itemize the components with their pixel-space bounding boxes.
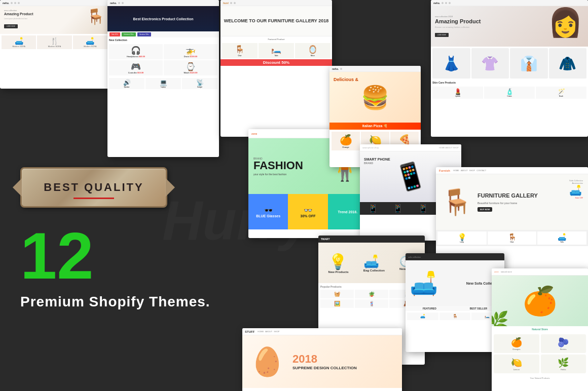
- furniture-title: WELCOME TO OUR FURNITURE GALLERY 2018: [224, 18, 328, 24]
- card-stuff[interactable]: STUFF HOME ABOUT SHOP 🥚 2018 SUPREME DES…: [242, 328, 402, 391]
- nav-link[interactable]: SHOP: [274, 330, 279, 333]
- person-item[interactable]: 👔: [510, 48, 548, 79]
- furnish-btn[interactable]: BUY NOW: [477, 207, 492, 212]
- product-name: Laptop: [146, 86, 180, 88]
- nav-link[interactable]: CONTACT: [476, 169, 486, 172]
- item-name: Mirror: [311, 55, 315, 57]
- hero-btn[interactable]: LOOK NOW: [4, 24, 18, 28]
- furniture-item[interactable]: 🛏️ Table: [259, 43, 294, 58]
- nav-dot: [230, 2, 232, 4]
- small-product[interactable]: 📡 Gadget: [182, 78, 217, 89]
- product-image: 🛋️: [75, 37, 106, 45]
- skincare-item[interactable]: 🧴 Cream: [484, 87, 535, 99]
- card-furniture-gallery[interactable]: hunt WELCOME TO OUR FURNITURE GALLERY 20…: [220, 0, 332, 137]
- store-name: natural store: [501, 270, 512, 273]
- off-cell[interactable]: 👓 30% OFF: [288, 194, 327, 229]
- zone-brand: zone: [494, 270, 499, 273]
- sofa-product[interactable]: 🛋️: [407, 312, 438, 320]
- product-item[interactable]: 🧺: [320, 290, 354, 298]
- person-item[interactable]: 👚: [471, 48, 509, 79]
- furniture-item[interactable]: 🪑 Chair: [222, 43, 258, 58]
- product-item[interactable]: 🍴 Modern SOFA: [37, 35, 71, 49]
- card-neha-furniture[interactable]: neha. new collection Amazing Product Lor…: [0, 0, 109, 89]
- product-name: Drone: [184, 55, 190, 58]
- small-product[interactable]: 💻 Laptop: [145, 78, 181, 89]
- furnish-title: FURNITURE GALLERY: [477, 192, 538, 199]
- card-body: 🍊 🌿 Natural Store 🍊 Oranges 🫐 Berries 🍋 …: [492, 276, 588, 391]
- brand-logo: neha.: [110, 2, 117, 5]
- small-product[interactable]: 🔊 Speaker: [109, 78, 144, 89]
- person-item[interactable]: 👗: [432, 48, 470, 79]
- nav-links: HOME ABOUT SHOP: [439, 146, 459, 149]
- person-item[interactable]: 🧥: [549, 48, 587, 79]
- fashion-desc: your style for the best fashion: [253, 173, 303, 176]
- tmart-logo: TMART: [321, 238, 330, 241]
- natural-product[interactable]: 🌿 Herbs: [541, 355, 586, 373]
- nav-link[interactable]: HOME: [453, 169, 459, 172]
- phone-item[interactable]: 📱: [418, 204, 428, 213]
- product-image: ⌚: [165, 62, 216, 71]
- product-name: Gadget: [183, 86, 216, 88]
- product-name: Lemon: [496, 368, 537, 371]
- left-panel: BEST QUALITY 12 Premium Shopify Themes.: [20, 167, 210, 310]
- product-item[interactable]: 🎮 Controller $59.99: [109, 60, 163, 75]
- card-header: zone natural store: [492, 268, 588, 276]
- product-item[interactable]: 🎧 Headphones $49.99: [109, 44, 163, 59]
- nav-dot: [234, 2, 236, 4]
- nav-link[interactable]: ABOUT: [461, 169, 468, 172]
- card-natural-store[interactable]: zone natural store 🍊 🌿 Natural Store 🍊 O…: [492, 268, 588, 391]
- sofa-product[interactable]: 🪑: [439, 312, 471, 320]
- item-image: 🛏️: [260, 45, 292, 54]
- product-item[interactable]: 🪑 Chair: [488, 231, 537, 245]
- badge-text: BEST QUALITY: [44, 181, 143, 194]
- offer-badge: Vacation Offer: [137, 32, 151, 36]
- product-item[interactable]: 🛋️ Modern SOFA: [73, 35, 107, 49]
- card-header: neha.: [329, 66, 421, 72]
- side-icon: 🛋️: [569, 184, 583, 197]
- card-header: Furnish HOME ABOUT SHOP CONTACT: [436, 167, 588, 174]
- product-item[interactable]: 🛋️ Modern SOFA: [2, 35, 36, 49]
- furniture-item[interactable]: 🪞 Mirror: [295, 43, 330, 58]
- product-item[interactable]: 💡 Lamp: [437, 231, 487, 245]
- product-image: 💡: [439, 233, 485, 241]
- nav-link[interactable]: SHOP: [469, 169, 475, 172]
- card-neha-fashion[interactable]: neha. new collection 2018 Amazing Produc…: [431, 0, 588, 137]
- product-item[interactable]: 🛋️ Sofa: [537, 231, 586, 245]
- product-image: 🍊: [496, 337, 537, 348]
- phone-item[interactable]: 📱: [368, 204, 378, 213]
- item-name: Chair: [238, 55, 241, 57]
- product-image: 🍋: [496, 357, 537, 368]
- nav-link[interactable]: ABOUT: [265, 330, 272, 333]
- product-item[interactable]: 🪴: [355, 290, 388, 298]
- blue-glasses-cell[interactable]: 🕶️ BLUE Glasses: [248, 194, 288, 229]
- natural-product[interactable]: 🍋 Lemon: [494, 355, 539, 373]
- furnish-content: FURNITURE GALLERY Beautiful furniture fo…: [477, 192, 538, 212]
- product-item[interactable]: 🖼️: [320, 299, 354, 308]
- nav-link[interactable]: HOME: [258, 330, 264, 333]
- product-item[interactable]: 🚁 Drone $199.99: [164, 44, 217, 59]
- card-body: WELCOME TO OUR FURNITURE GALLERY 2018 Fe…: [220, 6, 332, 137]
- stuff-logo: STUFF: [245, 330, 254, 333]
- hero-btn[interactable]: LOOK NOW: [435, 33, 449, 37]
- card-header: neha.: [107, 0, 219, 6]
- brand-logo: smart phone shop: [362, 146, 379, 149]
- card-electronics[interactable]: neha. Best Electronics Product Collectio…: [107, 0, 219, 157]
- natural-product[interactable]: 🍊 Oranges: [494, 334, 539, 353]
- food-item[interactable]: 🍊 Orange: [332, 132, 360, 150]
- product-image: 🛋️: [539, 233, 585, 241]
- phone-item[interactable]: 📱: [393, 204, 403, 213]
- stool-image: 🪑: [441, 187, 472, 217]
- skincare-item[interactable]: 🪄 Brush: [536, 87, 586, 99]
- smartphone-title: SMART PHONE BRAND: [364, 158, 390, 165]
- natural-product[interactable]: 🫐 Berries: [541, 334, 586, 353]
- product-image: 💄: [434, 88, 482, 95]
- card-sofa-collection[interactable]: sofa collection 🛋️ New Sofa Collection F…: [406, 253, 504, 352]
- featured-label: FEATURED: [423, 307, 436, 310]
- skincare-label: Skin Care Products: [431, 80, 588, 85]
- brand-logo: neha.: [332, 67, 339, 70]
- card-body: 🛋️ New Sofa Collection FEATURED BEST SEL…: [406, 260, 504, 352]
- card-body: Best Electronics Product Collection Sale…: [107, 6, 219, 157]
- product-item[interactable]: ⌚ Watch $129.99: [164, 60, 217, 75]
- skincare-item[interactable]: 💄 Lipstick: [432, 87, 483, 99]
- product-item[interactable]: 💈: [355, 299, 388, 308]
